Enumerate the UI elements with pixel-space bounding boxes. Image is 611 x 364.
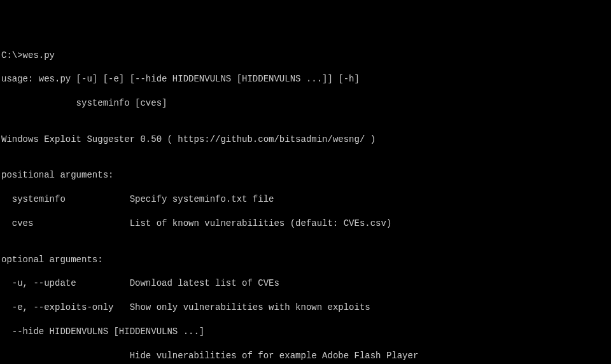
positional-arg-systeminfo: systeminfo Specify systeminfo.txt file <box>1 193 611 206</box>
optional-arg-hide-desc1: Hide vulnerabilities of for example Adob… <box>1 350 611 362</box>
optional-arg-exploits-only: -e, --exploits-only Show only vulnerabil… <box>1 302 611 314</box>
usage-line-2: systeminfo [cves] <box>1 97 611 109</box>
optional-arg-hide: --hide HIDDENVULNS [HIDDENVULNS ...] <box>1 326 611 338</box>
usage-line-1: usage: wes.py [-u] [-e] [--hide HIDDENVU… <box>1 73 611 85</box>
prompt-line-1: C:\>wes.py <box>1 50 611 62</box>
prompt-1: C:\> <box>1 50 23 60</box>
command-input-1: wes.py <box>23 50 55 60</box>
optional-arg-update: -u, --update Download latest list of CVE… <box>1 277 611 290</box>
positional-args-header: positional arguments: <box>1 169 611 181</box>
optional-args-header: optional arguments: <box>1 254 611 266</box>
positional-arg-cves: cves List of known vulnerabilities (defa… <box>1 218 611 230</box>
title-line: Windows Exploit Suggester 0.50 ( https:/… <box>1 134 611 146</box>
